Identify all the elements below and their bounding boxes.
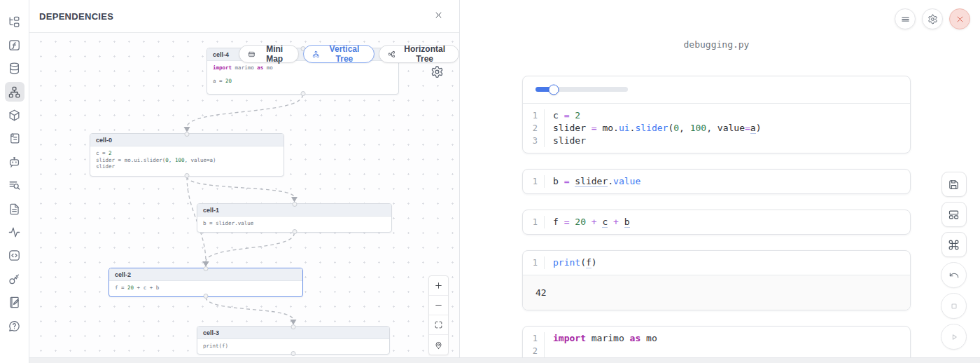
sidebar-item-documentation[interactable] [5,129,24,149]
code-line: 1c = 2 [523,109,910,122]
sidebar-item-tracing[interactable] [5,223,24,242]
code-line: 1b = slider.value [523,175,910,188]
fit-view-button[interactable] [429,315,448,335]
graph-node-title: cell-1 [197,204,391,217]
code-token: as [630,333,641,343]
sidebar-item-logs[interactable] [5,176,24,196]
code-line: 1print(f) [523,256,910,269]
graph-toolbar-vertical-tree[interactable]: Vertical Tree [303,45,374,63]
package-icon [8,109,21,122]
save-icon [948,179,960,191]
play-icon [948,331,960,343]
close-icon [433,10,444,20]
scroll-icon [8,132,21,145]
graph-node-code-line: f = 20 + c + b [115,285,297,292]
notebook-cells: 1c = 22slider = mo.ui.slider(0, 100, val… [522,76,911,363]
horizontal-tree-icon [388,50,396,59]
sidebar-item-chat[interactable] [5,152,24,172]
notebook-cell-4: 1print(f)42 [522,250,911,310]
maximize-icon [434,320,443,329]
graph-node-code: f = 20 + c + b [109,281,302,295]
graph-zoom-controls [428,275,449,355]
cell-output: 42 [523,275,910,310]
graph-node-cell-1[interactable]: cell-1b = slider.value [197,203,392,233]
shutdown-button[interactable] [949,8,970,29]
code-token: , [169,157,175,163]
cell-code-editor[interactable]: 1print(f) [523,251,910,275]
dependency-graph-icon [8,85,21,99]
notebook-cell-2: 1b = slider.value [522,169,911,194]
sidebar-item-snippets[interactable] [5,199,24,219]
code-text: import marimo as mo [545,332,657,345]
cell-code-editor[interactable]: 1b = slider.value [523,170,910,193]
keyboard-shortcuts-button[interactable] [941,232,967,257]
code-token: = [564,110,575,121]
stop-button[interactable] [941,293,967,319]
zoom-out-button[interactable] [429,296,448,315]
code-token: a = [213,78,225,84]
zoom-in-button[interactable] [429,276,448,296]
edit-app-layout-button[interactable] [941,202,967,227]
graph-toolbar-label: Vertical Tree [323,44,365,64]
slider-track[interactable] [536,87,628,92]
code-token: + c + b [134,285,159,291]
line-number: 1 [523,109,545,122]
center-selection-button[interactable] [429,335,448,355]
undo-icon [948,270,960,281]
graph-node-cell-2[interactable]: cell-2f = 20 + c + b [108,268,303,297]
notebook-action-rail [941,172,967,355]
graph-node-cell-0[interactable]: cell-0c = 2slider = mo.ui.slider(0, 100,… [90,133,284,177]
code-text: b = slider.value [545,175,640,188]
layout-icon [948,209,960,221]
plus-icon [434,281,443,290]
code-text [545,345,553,357]
sidebar-item-secrets[interactable] [5,269,24,289]
notebook-menu-button[interactable] [895,8,916,29]
dependency-graph-canvas[interactable]: cell-4import marimo as mo a = 20cell-0c … [29,33,459,357]
sidebar-item-file-tree[interactable] [5,12,24,32]
graph-node-code-line [213,71,393,78]
code-line: 1import marimo as mo [523,332,910,345]
sidebar-item-scratchpad[interactable] [5,293,24,313]
graph-toolbar-label: Horizontal Tree [399,44,450,64]
code-token: b [624,217,630,228]
code-token: . [608,176,613,186]
line-number: 1 [523,332,545,345]
graph-settings-button[interactable] [430,65,444,78]
code-token: . [613,123,619,133]
sidebar-item-outputs[interactable] [5,246,24,266]
code-token: b [553,176,564,186]
code-token: slider = mo.ui.slider( [96,157,165,163]
cell-code-editor[interactable]: 1f = 20 + c + b [523,210,910,234]
notebook-cell-3: 1f = 20 + c + b [522,210,911,235]
code-token: c = [96,150,108,156]
undo-button[interactable] [941,262,967,288]
graph-node-code-line: import marimo as mo [213,64,393,71]
sidebar-item-packages[interactable] [5,106,24,125]
code-token [608,217,613,227]
sidebar-item-dependency-graph[interactable] [5,82,24,102]
sidebar-item-variables[interactable] [5,35,24,55]
code-token: marimo [586,333,630,343]
sidebar-item-data-sources[interactable] [5,59,24,78]
cell-code-editor[interactable]: 1c = 22slider = mo.ui.slider(0, 100, val… [523,104,910,153]
save-button[interactable] [941,172,967,197]
sidebar-item-help[interactable] [5,316,24,336]
code-token: 20 [127,285,134,291]
graph-node-code: c = 2slider = mo.ui.slider(0, 100, value… [90,146,284,174]
key-icon [8,273,21,286]
panel-close-button[interactable] [431,9,445,23]
function-icon [8,39,21,52]
code-token: print(f) [203,343,228,349]
code-text: slider [545,135,586,147]
run-all-button[interactable] [941,324,967,350]
code-token: slider [635,123,668,133]
graph-node-cell-3[interactable]: cell-3print(f) [197,326,390,355]
graph-toolbar-mini-map[interactable]: Mini Map [239,45,299,63]
graph-toolbar-horizontal-tree[interactable]: Horizontal Tree [379,45,459,63]
notebook-settings-button[interactable] [922,8,943,29]
code-token: as [257,64,263,71]
notebook-filename[interactable]: debugging.py [522,39,911,50]
slider-thumb[interactable] [549,84,559,95]
code-token: f [586,257,592,268]
